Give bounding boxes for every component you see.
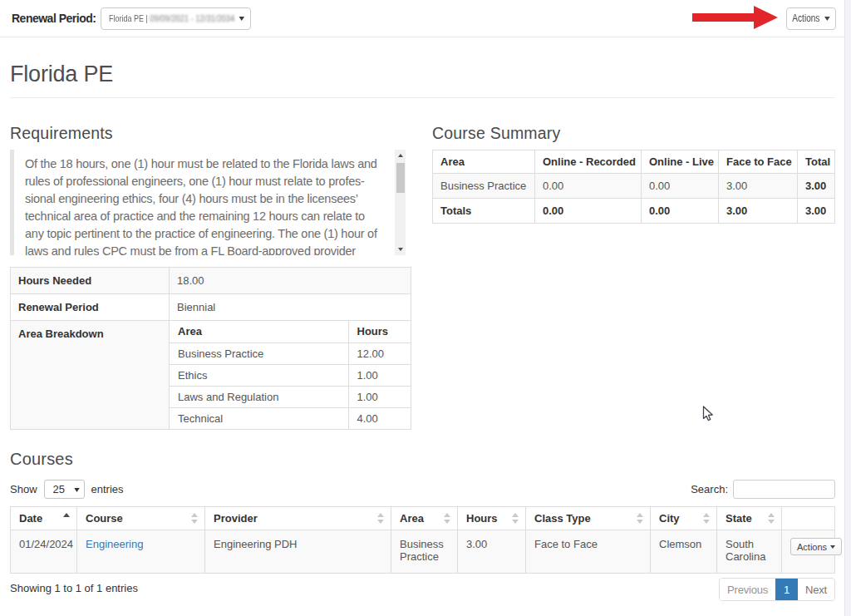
- course-summary-table: Area Online - Recorded Online - Live Fac…: [432, 150, 835, 224]
- mouse-cursor-icon: [702, 406, 714, 422]
- course-city: Clemson: [651, 530, 717, 574]
- table-row: Business Practice 12.00: [170, 342, 411, 364]
- area-name: Ethics: [170, 364, 348, 386]
- summary-area: Business Practice: [433, 174, 535, 199]
- actions-button[interactable]: Actions: [786, 7, 836, 30]
- show-label: Show: [10, 483, 37, 495]
- table-row: Business Practice 0.00 0.00 3.00 3.00: [433, 174, 835, 199]
- renewal-period-label: Renewal Period:: [12, 12, 96, 25]
- column-header-state[interactable]: State: [717, 507, 782, 530]
- renewal-period-row-label: Renewal Period: [11, 294, 170, 321]
- caret-down-icon: [824, 17, 830, 21]
- column-header-label: Provider: [214, 512, 258, 525]
- area-column-header: Area: [170, 321, 348, 342]
- scroll-up-icon[interactable]: [395, 150, 406, 161]
- column-header-online-live: Online - Live: [642, 150, 719, 174]
- chevron-down-icon: ▾: [74, 485, 80, 494]
- column-header-face-to-face: Face to Face: [719, 150, 798, 174]
- area-breakdown-table: Area Hours Business Practice 12.00 Ethic…: [170, 321, 411, 429]
- column-header-label: State: [726, 512, 752, 525]
- column-header-city[interactable]: City: [651, 507, 717, 530]
- row-actions-button[interactable]: Actions: [790, 538, 842, 555]
- column-header-online-recorded: Online - Recorded: [535, 150, 642, 174]
- course-state: South Carolina: [717, 530, 782, 574]
- area-hours: 4.00: [348, 407, 411, 429]
- renewal-period-value: Biennial: [170, 294, 411, 321]
- summary-face-to-face: 3.00: [719, 174, 798, 199]
- requirements-line: Of the 18 hours, one (1) hour must be re…: [25, 155, 386, 173]
- courses-heading: Courses: [10, 449, 835, 469]
- page-size-value: 25: [53, 483, 65, 495]
- requirements-line: any topic pertinent to the practice of e…: [25, 225, 386, 243]
- sort-both-icon: [377, 513, 384, 524]
- renewal-period-selector[interactable]: Florida PE | 09/09/2021 - 12/31/2034: [101, 7, 251, 30]
- area-name: Business Practice: [170, 342, 348, 364]
- area-hours: 12.00: [348, 342, 411, 364]
- column-header-hours[interactable]: Hours: [458, 507, 526, 530]
- column-header-actions: [782, 507, 835, 530]
- page-size-select[interactable]: 25 ▾: [44, 480, 85, 499]
- course-link[interactable]: Engineering: [86, 538, 143, 550]
- table-row: Area Breakdown Area Hours Business Pra: [11, 321, 411, 430]
- pagination-next[interactable]: Next: [798, 579, 834, 600]
- summary-online-recorded: 0.00: [535, 174, 642, 199]
- column-header-label: Area: [400, 512, 424, 525]
- summary-total: 3.00: [798, 174, 835, 199]
- table-row: Hours Needed 18.00: [11, 268, 411, 294]
- course-area: Business Practice: [391, 530, 458, 574]
- caret-down-icon: [830, 545, 835, 549]
- sort-both-icon: [768, 513, 775, 524]
- totals-total: 3.00: [798, 199, 835, 224]
- area-hours: 1.00: [348, 364, 411, 386]
- sort-both-icon: [444, 513, 450, 524]
- scroll-down-icon[interactable]: [395, 244, 406, 255]
- pagination-previous[interactable]: Previous: [720, 579, 775, 600]
- course-provider: Engineering PDH: [205, 530, 391, 574]
- requirements-line: laws and rules CPC must be from a FL Boa…: [25, 243, 386, 255]
- requirements-text: Of the 18 hours, one (1) hour must be re…: [14, 150, 406, 255]
- summary-online-live: 0.00: [642, 174, 719, 199]
- table-row: Ethics 1.00: [170, 364, 411, 386]
- courses-table: Date Course Provider Area Hours: [10, 506, 835, 574]
- course-row: 01/24/2024 Engineering Engineering PDH B…: [11, 530, 835, 574]
- table-info: Showing 1 to 1 of 1 entries: [10, 578, 138, 594]
- pagination: Previous 1 Next: [719, 578, 835, 601]
- search-input[interactable]: [733, 480, 835, 499]
- renewal-period-name: Florida PE |: [108, 13, 147, 23]
- course-summary-heading: Course Summary: [432, 123, 835, 143]
- totals-label: Totals: [433, 199, 535, 224]
- column-header-label: Date: [19, 512, 42, 525]
- area-breakdown-label: Area Breakdown: [11, 321, 170, 430]
- table-row: Renewal Period Biennial: [11, 294, 411, 321]
- page-title: Florida PE: [10, 62, 835, 86]
- totals-face-to-face: 3.00: [719, 199, 798, 224]
- column-header-label: City: [659, 512, 680, 525]
- totals-online-live: 0.00: [642, 199, 719, 224]
- column-header-class-type[interactable]: Class Type: [526, 507, 651, 530]
- page-scrollbar[interactable]: [844, 0, 851, 616]
- main-content: Florida PE Requirements Of the 18 hours,…: [10, 37, 835, 601]
- requirements-line: sional engineering ethics, four (4) hour…: [25, 190, 386, 208]
- requirements-textbox[interactable]: Of the 18 hours, one (1) hour must be re…: [10, 150, 406, 255]
- table-row: Area Hours: [170, 321, 411, 342]
- caret-down-icon: [239, 17, 244, 21]
- scrollbar-thumb[interactable]: [396, 163, 405, 193]
- pagination-page-1[interactable]: 1: [775, 579, 798, 600]
- column-header-area[interactable]: Area: [391, 507, 458, 530]
- table-row: Technical 4.00: [170, 407, 411, 429]
- column-header-total: Total: [798, 150, 835, 174]
- column-header-date[interactable]: Date: [11, 507, 77, 530]
- course-date: 01/24/2024: [11, 530, 77, 574]
- area-breakdown-cell: Area Hours Business Practice 12.00 Ethic…: [170, 321, 411, 430]
- row-actions-label: Actions: [797, 542, 827, 552]
- column-header-label: Course: [86, 512, 123, 525]
- red-arrow-annotation-icon: [692, 5, 779, 30]
- column-header-course[interactable]: Course: [77, 507, 205, 530]
- course-class-type: Face to Face: [526, 530, 651, 574]
- sort-asc-icon: [63, 513, 70, 524]
- table-header-row: Date Course Provider Area Hours: [11, 507, 835, 530]
- sort-both-icon: [191, 513, 198, 524]
- column-header-provider[interactable]: Provider: [205, 507, 391, 530]
- requirements-scrollbar[interactable]: [395, 150, 406, 255]
- column-header-label: Hours: [466, 512, 498, 525]
